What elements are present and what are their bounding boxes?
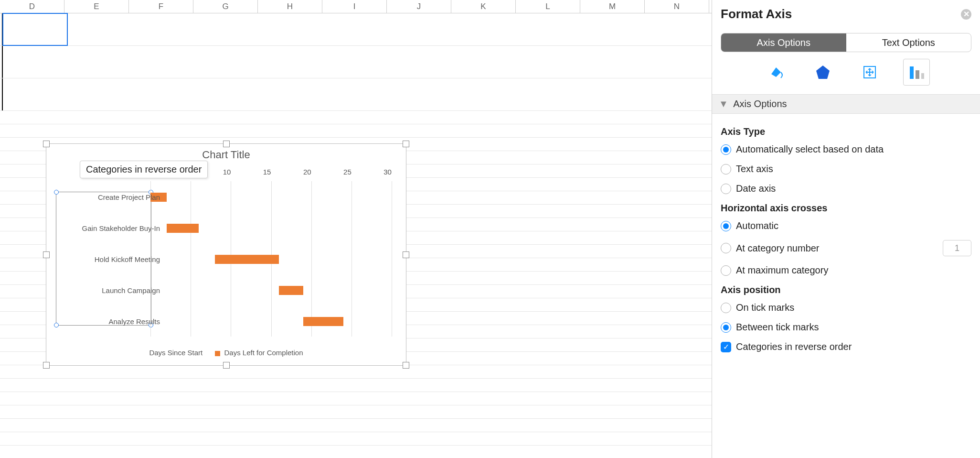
svg-rect-2	[910, 66, 914, 79]
column-header[interactable]: N	[645, 0, 709, 13]
checkbox-reverse-order[interactable]: ✓ Categories in reverse order	[721, 341, 971, 352]
chart-resize-handle[interactable]	[43, 141, 50, 147]
legend-item-label: Days Left for Completion	[224, 349, 303, 357]
tab-axis-options[interactable]: Axis Options	[721, 33, 846, 52]
data-bar[interactable]	[279, 286, 303, 295]
radio-icon	[721, 144, 731, 155]
radio-h-crosses-catnum[interactable]: At category number 1	[721, 240, 971, 256]
category-axis-label[interactable]: Hold Kickoff Meeting	[95, 255, 160, 263]
chart-resize-handle[interactable]	[43, 251, 50, 258]
svg-marker-0	[816, 65, 830, 79]
radio-axis-type-text[interactable]: Text axis	[721, 164, 971, 174]
radio-axis-type-auto[interactable]: Automatically select based on data	[721, 144, 971, 155]
chart-resize-handle[interactable]	[43, 362, 50, 369]
data-bar[interactable]	[167, 224, 199, 233]
category-axis-label[interactable]: Create Project Plan	[98, 193, 160, 201]
radio-icon	[721, 303, 731, 313]
triangle-down-icon: ▼	[719, 98, 728, 109]
axis-handle[interactable]	[54, 323, 59, 327]
axis-options-icon[interactable]	[903, 59, 930, 86]
format-axis-panel: Format Axis ✕ Axis Options Text Options …	[712, 0, 980, 458]
radio-h-crosses-maxcat[interactable]: At maximum category	[721, 265, 971, 276]
chart-legend[interactable]: Days Since Start Days Left for Completio…	[46, 349, 406, 357]
radio-axis-type-date[interactable]: Date axis	[721, 183, 971, 194]
column-header[interactable]: K	[451, 0, 516, 13]
column-header[interactable]: M	[580, 0, 645, 13]
chart-resize-handle[interactable]	[223, 362, 230, 369]
checkbox-icon: ✓	[721, 342, 731, 352]
category-axis-label[interactable]: Analyze Results	[108, 317, 160, 326]
legend-item-label: Days Since Start	[149, 349, 202, 357]
radio-icon	[721, 322, 731, 333]
axis-type-label: Axis Type	[721, 126, 971, 137]
radio-icon	[721, 164, 731, 174]
radio-h-crosses-auto[interactable]: Automatic	[721, 220, 971, 231]
chart-object[interactable]: Chart Title Categories in reverse order …	[46, 143, 406, 366]
hover-tooltip: Categories in reverse order	[80, 161, 208, 178]
column-header[interactable]: E	[64, 0, 129, 13]
category-number-input[interactable]: 1	[943, 240, 971, 256]
column-header[interactable]: F	[129, 0, 193, 13]
category-axis-label[interactable]: Gain Stakeholder Buy-In	[82, 224, 160, 232]
axis-position-label: Axis position	[721, 284, 971, 295]
radio-icon	[721, 184, 731, 194]
radio-icon	[721, 265, 731, 276]
legend-swatch	[215, 351, 220, 356]
radio-icon	[721, 243, 731, 253]
column-header[interactable]: H	[258, 0, 322, 13]
panel-tabs: Axis Options Text Options	[721, 33, 971, 52]
radio-icon	[721, 221, 731, 231]
chart-resize-handle[interactable]	[403, 251, 409, 258]
column-header[interactable]: I	[322, 0, 387, 13]
axis-handle[interactable]	[54, 190, 59, 195]
radio-axis-pos-on-tick[interactable]: On tick marks	[721, 302, 971, 313]
data-bar[interactable]	[303, 317, 343, 326]
column-headers: DEFGHIJKLMN	[0, 0, 712, 13]
svg-rect-3	[916, 70, 919, 79]
chart-resize-handle[interactable]	[403, 362, 409, 369]
selected-cell[interactable]	[3, 13, 67, 45]
close-panel-button[interactable]: ✕	[961, 9, 971, 20]
spreadsheet-grid[interactable]: DEFGHIJKLMN Chart Title Categories in re…	[0, 0, 712, 458]
column-header[interactable]: D	[0, 0, 64, 13]
column-header[interactable]: J	[387, 0, 451, 13]
chart-resize-handle[interactable]	[223, 141, 230, 147]
chart-resize-handle[interactable]	[403, 141, 409, 147]
radio-axis-pos-between-tick[interactable]: Between tick marks	[721, 322, 971, 333]
category-axis-label[interactable]: Launch Campaign	[102, 286, 160, 294]
effects-icon[interactable]	[810, 59, 836, 86]
size-properties-icon[interactable]	[856, 59, 883, 86]
chart-title[interactable]: Chart Title	[46, 149, 406, 161]
section-axis-options-header[interactable]: ▼ Axis Options	[712, 94, 980, 114]
data-bar[interactable]	[215, 255, 279, 264]
column-header[interactable]: G	[193, 0, 258, 13]
plot-area[interactable]: 051015202530	[150, 181, 392, 337]
fill-line-icon[interactable]	[763, 59, 789, 86]
panel-title: Format Axis	[721, 7, 792, 22]
tab-text-options[interactable]: Text Options	[846, 33, 971, 52]
column-header[interactable]: L	[516, 0, 580, 13]
svg-rect-4	[921, 73, 924, 79]
h-crosses-label: Horizontal axis crosses	[721, 203, 971, 214]
